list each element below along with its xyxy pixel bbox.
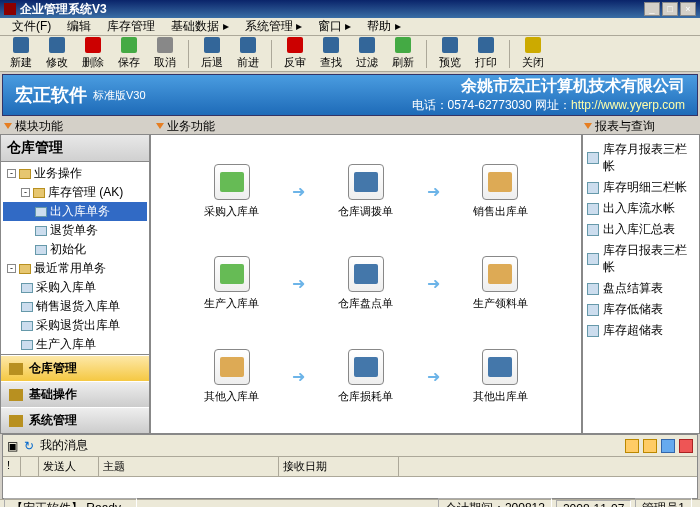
menu-item[interactable]: 窗口 ▸ (310, 18, 359, 35)
toolbar-保存[interactable]: 保存 (112, 35, 146, 72)
flow-item[interactable]: 仓库调拨单 (338, 164, 393, 219)
tree-node[interactable]: -业务操作 (3, 164, 147, 183)
report-label: 盘点结算表 (603, 280, 663, 297)
tree-node[interactable]: 采购退货出库单 (3, 316, 147, 335)
toolbar-新建[interactable]: 新建 (4, 35, 38, 72)
report-item[interactable]: 出入库流水帐 (587, 198, 695, 219)
toolbar-icon (442, 37, 458, 53)
section-headers: 模块功能 业务功能 报表与查询 (0, 118, 700, 134)
tree-label: 采购退货出库单 (36, 317, 120, 334)
nav-label: 基础操作 (29, 386, 77, 403)
tree-node[interactable]: 采购入库单 (3, 278, 147, 297)
folder-icon (9, 415, 23, 427)
toolbar-预览[interactable]: 预览 (433, 35, 467, 72)
toolbar-label: 新建 (10, 55, 32, 70)
toolbar-修改[interactable]: 修改 (40, 35, 74, 72)
msg-action-icon[interactable] (643, 439, 657, 453)
tree-toggle-icon[interactable]: - (21, 188, 30, 197)
tree-node[interactable]: 销售退货入库单 (3, 297, 147, 316)
report-icon (587, 283, 599, 295)
report-item[interactable]: 库存月报表三栏帐 (587, 139, 695, 177)
titlebar: 企业管理系统V3 _ □ × (0, 0, 700, 18)
msg-action-icon[interactable] (625, 439, 639, 453)
nav-label: 系统管理 (29, 412, 77, 429)
flow-item[interactable]: 其他入库单 (204, 349, 259, 404)
report-label: 库存低储表 (603, 301, 663, 318)
nav-button[interactable]: 系统管理 (1, 407, 149, 433)
flow-item[interactable]: 销售出库单 (473, 164, 528, 219)
report-label: 库存超储表 (603, 322, 663, 339)
flow-item[interactable]: 仓库盘点单 (338, 256, 393, 311)
menu-item[interactable]: 系统管理 ▸ (237, 18, 310, 35)
toolbar-前进[interactable]: 前进 (231, 35, 265, 72)
tree-node[interactable]: 退货单务 (3, 221, 147, 240)
tree-toggle-icon[interactable]: - (7, 264, 16, 273)
report-label: 库存明细三栏帐 (603, 179, 687, 196)
toolbar-打印[interactable]: 打印 (469, 35, 503, 72)
maximize-button[interactable]: □ (662, 2, 678, 16)
flow-label: 仓库损耗单 (338, 389, 393, 404)
report-item[interactable]: 库存超储表 (587, 320, 695, 341)
document-icon (482, 164, 518, 200)
toolbar-反审[interactable]: 反审 (278, 35, 312, 72)
tree-node[interactable]: 出入库单务 (3, 202, 147, 221)
tree-toggle-icon[interactable]: - (7, 169, 16, 178)
toolbar-查找[interactable]: 查找 (314, 35, 348, 72)
close-button[interactable]: × (680, 2, 696, 16)
arrow-icon (156, 123, 164, 129)
menu-item[interactable]: 编辑 (59, 18, 99, 35)
flow-item[interactable]: 其他出库单 (473, 349, 528, 404)
column-header[interactable]: ! (3, 457, 21, 476)
tree-node[interactable]: -最近常用单务 (3, 259, 147, 278)
toolbar-删除[interactable]: 删除 (76, 35, 110, 72)
status-date: 2008-11-07 (556, 500, 631, 508)
sidebar-title: 仓库管理 (1, 135, 149, 162)
toolbar-label: 打印 (475, 55, 497, 70)
flow-item[interactable]: 采购入库单 (204, 164, 259, 219)
toolbar-后退[interactable]: 后退 (195, 35, 229, 72)
menu-item[interactable]: 文件(F) (4, 18, 59, 35)
tree-node[interactable]: 初始化 (3, 240, 147, 259)
toolbar-刷新[interactable]: 刷新 (386, 35, 420, 72)
expand-icon[interactable]: ▣ (7, 439, 18, 453)
toolbar-label: 前进 (237, 55, 259, 70)
toolbar-取消[interactable]: 取消 (148, 35, 182, 72)
column-header[interactable] (21, 457, 39, 476)
toolbar-icon (121, 37, 137, 53)
document-icon (482, 349, 518, 385)
flow-label: 仓库调拨单 (338, 204, 393, 219)
menu-item[interactable]: 库存管理 (99, 18, 163, 35)
report-item[interactable]: 库存低储表 (587, 299, 695, 320)
flow-item[interactable]: 仓库损耗单 (338, 349, 393, 404)
toolbar-过滤[interactable]: 过滤 (350, 35, 384, 72)
flow-item[interactable]: 生产领料单 (473, 256, 528, 311)
tree-node[interactable]: -库存管理 (AK) (3, 183, 147, 202)
tree-node[interactable]: 生产入库单 (3, 335, 147, 354)
report-item[interactable]: 盘点结算表 (587, 278, 695, 299)
report-item[interactable]: 出入库汇总表 (587, 219, 695, 240)
toolbar-icon (525, 37, 541, 53)
flow-item[interactable]: 生产入库单 (204, 256, 259, 311)
report-item[interactable]: 库存日报表三栏帐 (587, 240, 695, 278)
column-header[interactable]: 发送人 (39, 457, 99, 476)
folder-icon (9, 363, 23, 375)
website-link[interactable]: http://www.yyerp.com (571, 98, 685, 112)
report-icon (587, 224, 599, 236)
minimize-button[interactable]: _ (644, 2, 660, 16)
menu-item[interactable]: 基础数据 ▸ (163, 18, 236, 35)
nav-button[interactable]: 基础操作 (1, 381, 149, 407)
toolbar-关闭[interactable]: 关闭 (516, 35, 550, 72)
brand-name: 宏正软件 (15, 83, 87, 107)
toolbar-icon (323, 37, 339, 53)
biz-header: 业务功能 (152, 118, 580, 134)
menu-item[interactable]: 帮助 ▸ (359, 18, 408, 35)
column-header[interactable]: 接收日期 (279, 457, 399, 476)
reports-header: 报表与查询 (580, 118, 700, 134)
nav-button[interactable]: 仓库管理 (1, 355, 149, 381)
report-item[interactable]: 库存明细三栏帐 (587, 177, 695, 198)
msg-delete-icon[interactable] (679, 439, 693, 453)
msg-action-icon[interactable] (661, 439, 675, 453)
refresh-icon[interactable]: ↻ (24, 439, 34, 453)
menubar: 文件(F)编辑库存管理基础数据 ▸系统管理 ▸窗口 ▸帮助 ▸ (0, 18, 700, 36)
column-header[interactable]: 主题 (99, 457, 279, 476)
